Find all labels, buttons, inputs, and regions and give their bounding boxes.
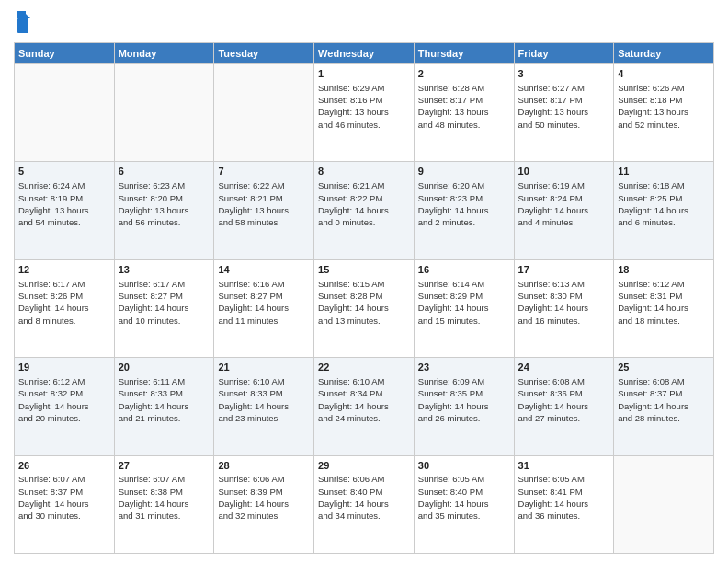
calendar-cell: 27Sunrise: 6:07 AM Sunset: 8:38 PM Dayli… bbox=[114, 455, 214, 553]
calendar-cell: 2Sunrise: 6:28 AM Sunset: 8:17 PM Daylig… bbox=[414, 64, 514, 162]
calendar-cell: 17Sunrise: 6:13 AM Sunset: 8:30 PM Dayli… bbox=[514, 259, 614, 357]
day-info: Sunrise: 6:17 AM Sunset: 8:27 PM Dayligh… bbox=[119, 278, 210, 327]
logo-icon bbox=[14, 9, 32, 35]
logo bbox=[14, 9, 35, 35]
day-number: 30 bbox=[418, 459, 510, 473]
day-header-wednesday: Wednesday bbox=[314, 43, 415, 64]
day-info: Sunrise: 6:06 AM Sunset: 8:40 PM Dayligh… bbox=[318, 473, 410, 522]
day-info: Sunrise: 6:19 AM Sunset: 8:24 PM Dayligh… bbox=[518, 179, 610, 228]
day-info: Sunrise: 6:05 AM Sunset: 8:40 PM Dayligh… bbox=[418, 473, 510, 522]
day-info: Sunrise: 6:27 AM Sunset: 8:17 PM Dayligh… bbox=[518, 82, 610, 131]
day-info: Sunrise: 6:07 AM Sunset: 8:37 PM Dayligh… bbox=[18, 473, 110, 522]
day-header-saturday: Saturday bbox=[614, 43, 714, 64]
day-header-thursday: Thursday bbox=[414, 43, 514, 64]
day-header-monday: Monday bbox=[114, 43, 214, 64]
day-info: Sunrise: 6:15 AM Sunset: 8:28 PM Dayligh… bbox=[318, 278, 410, 327]
day-info: Sunrise: 6:10 AM Sunset: 8:34 PM Dayligh… bbox=[318, 375, 410, 424]
day-number: 31 bbox=[518, 459, 610, 473]
header bbox=[14, 9, 714, 35]
calendar-cell: 8Sunrise: 6:21 AM Sunset: 8:22 PM Daylig… bbox=[314, 162, 415, 259]
calendar-cell bbox=[15, 64, 115, 162]
day-info: Sunrise: 6:08 AM Sunset: 8:36 PM Dayligh… bbox=[518, 375, 610, 424]
day-number: 16 bbox=[418, 263, 510, 277]
day-number: 13 bbox=[119, 263, 210, 277]
day-info: Sunrise: 6:11 AM Sunset: 8:33 PM Dayligh… bbox=[119, 375, 210, 424]
day-header-friday: Friday bbox=[514, 43, 614, 64]
day-number: 17 bbox=[518, 263, 610, 277]
day-number: 6 bbox=[119, 165, 210, 178]
calendar-cell: 24Sunrise: 6:08 AM Sunset: 8:36 PM Dayli… bbox=[514, 358, 614, 455]
day-info: Sunrise: 6:07 AM Sunset: 8:38 PM Dayligh… bbox=[119, 473, 210, 522]
day-number: 8 bbox=[318, 165, 410, 178]
calendar-cell: 16Sunrise: 6:14 AM Sunset: 8:29 PM Dayli… bbox=[414, 259, 514, 357]
day-number: 14 bbox=[218, 263, 310, 277]
day-info: Sunrise: 6:20 AM Sunset: 8:23 PM Dayligh… bbox=[418, 179, 510, 228]
day-info: Sunrise: 6:23 AM Sunset: 8:20 PM Dayligh… bbox=[119, 179, 210, 228]
day-info: Sunrise: 6:10 AM Sunset: 8:33 PM Dayligh… bbox=[218, 375, 310, 424]
day-number: 24 bbox=[518, 361, 610, 374]
day-number: 21 bbox=[218, 361, 310, 374]
calendar-week-row: 19Sunrise: 6:12 AM Sunset: 8:32 PM Dayli… bbox=[15, 358, 714, 455]
day-info: Sunrise: 6:09 AM Sunset: 8:35 PM Dayligh… bbox=[418, 375, 510, 424]
day-number: 19 bbox=[18, 361, 110, 374]
day-number: 11 bbox=[618, 165, 710, 178]
calendar-cell: 9Sunrise: 6:20 AM Sunset: 8:23 PM Daylig… bbox=[414, 162, 514, 259]
day-info: Sunrise: 6:08 AM Sunset: 8:37 PM Dayligh… bbox=[618, 375, 710, 424]
page: SundayMondayTuesdayWednesdayThursdayFrid… bbox=[0, 0, 728, 563]
calendar-cell: 23Sunrise: 6:09 AM Sunset: 8:35 PM Dayli… bbox=[414, 358, 514, 455]
calendar-cell: 15Sunrise: 6:15 AM Sunset: 8:28 PM Dayli… bbox=[314, 259, 415, 357]
day-number: 26 bbox=[18, 459, 110, 473]
day-info: Sunrise: 6:05 AM Sunset: 8:41 PM Dayligh… bbox=[518, 473, 610, 522]
day-number: 9 bbox=[418, 165, 510, 178]
calendar-cell: 3Sunrise: 6:27 AM Sunset: 8:17 PM Daylig… bbox=[514, 64, 614, 162]
calendar-cell: 18Sunrise: 6:12 AM Sunset: 8:31 PM Dayli… bbox=[614, 259, 714, 357]
calendar-cell bbox=[614, 455, 714, 553]
day-number: 5 bbox=[18, 165, 110, 178]
calendar-cell: 4Sunrise: 6:26 AM Sunset: 8:18 PM Daylig… bbox=[614, 64, 714, 162]
day-number: 10 bbox=[518, 165, 610, 178]
day-number: 18 bbox=[618, 263, 710, 277]
day-number: 22 bbox=[318, 361, 410, 374]
day-info: Sunrise: 6:18 AM Sunset: 8:25 PM Dayligh… bbox=[618, 179, 710, 228]
day-info: Sunrise: 6:28 AM Sunset: 8:17 PM Dayligh… bbox=[418, 82, 510, 131]
calendar-cell: 14Sunrise: 6:16 AM Sunset: 8:27 PM Dayli… bbox=[214, 259, 314, 357]
day-info: Sunrise: 6:13 AM Sunset: 8:30 PM Dayligh… bbox=[518, 278, 610, 327]
day-number: 12 bbox=[18, 263, 110, 277]
day-number: 29 bbox=[318, 459, 410, 473]
calendar-cell: 21Sunrise: 6:10 AM Sunset: 8:33 PM Dayli… bbox=[214, 358, 314, 455]
svg-rect-2 bbox=[17, 11, 26, 18]
day-header-tuesday: Tuesday bbox=[214, 43, 314, 64]
calendar-cell bbox=[114, 64, 214, 162]
svg-rect-1 bbox=[17, 18, 28, 33]
day-number: 4 bbox=[618, 67, 710, 81]
calendar-cell: 13Sunrise: 6:17 AM Sunset: 8:27 PM Dayli… bbox=[114, 259, 214, 357]
day-number: 2 bbox=[418, 67, 510, 81]
calendar-cell: 5Sunrise: 6:24 AM Sunset: 8:19 PM Daylig… bbox=[15, 162, 115, 259]
calendar-table: SundayMondayTuesdayWednesdayThursdayFrid… bbox=[14, 42, 714, 554]
calendar-cell: 20Sunrise: 6:11 AM Sunset: 8:33 PM Dayli… bbox=[114, 358, 214, 455]
calendar-week-row: 12Sunrise: 6:17 AM Sunset: 8:26 PM Dayli… bbox=[15, 259, 714, 357]
calendar-week-row: 26Sunrise: 6:07 AM Sunset: 8:37 PM Dayli… bbox=[15, 455, 714, 553]
day-number: 25 bbox=[618, 361, 710, 374]
calendar-cell: 11Sunrise: 6:18 AM Sunset: 8:25 PM Dayli… bbox=[614, 162, 714, 259]
calendar-cell: 29Sunrise: 6:06 AM Sunset: 8:40 PM Dayli… bbox=[314, 455, 415, 553]
calendar-header-row: SundayMondayTuesdayWednesdayThursdayFrid… bbox=[15, 43, 714, 64]
calendar-week-row: 5Sunrise: 6:24 AM Sunset: 8:19 PM Daylig… bbox=[15, 162, 714, 259]
day-header-sunday: Sunday bbox=[15, 43, 115, 64]
day-info: Sunrise: 6:24 AM Sunset: 8:19 PM Dayligh… bbox=[18, 179, 110, 228]
day-info: Sunrise: 6:21 AM Sunset: 8:22 PM Dayligh… bbox=[318, 179, 410, 228]
day-number: 3 bbox=[518, 67, 610, 81]
calendar-cell: 30Sunrise: 6:05 AM Sunset: 8:40 PM Dayli… bbox=[414, 455, 514, 553]
calendar-cell: 19Sunrise: 6:12 AM Sunset: 8:32 PM Dayli… bbox=[15, 358, 115, 455]
calendar-cell: 1Sunrise: 6:29 AM Sunset: 8:16 PM Daylig… bbox=[314, 64, 415, 162]
day-number: 1 bbox=[318, 67, 410, 81]
calendar-cell: 7Sunrise: 6:22 AM Sunset: 8:21 PM Daylig… bbox=[214, 162, 314, 259]
day-info: Sunrise: 6:17 AM Sunset: 8:26 PM Dayligh… bbox=[18, 278, 110, 327]
calendar-cell: 25Sunrise: 6:08 AM Sunset: 8:37 PM Dayli… bbox=[614, 358, 714, 455]
day-info: Sunrise: 6:29 AM Sunset: 8:16 PM Dayligh… bbox=[318, 82, 410, 131]
day-number: 27 bbox=[119, 459, 210, 473]
calendar-cell: 26Sunrise: 6:07 AM Sunset: 8:37 PM Dayli… bbox=[15, 455, 115, 553]
day-number: 15 bbox=[318, 263, 410, 277]
day-number: 20 bbox=[119, 361, 210, 374]
calendar-week-row: 1Sunrise: 6:29 AM Sunset: 8:16 PM Daylig… bbox=[15, 64, 714, 162]
